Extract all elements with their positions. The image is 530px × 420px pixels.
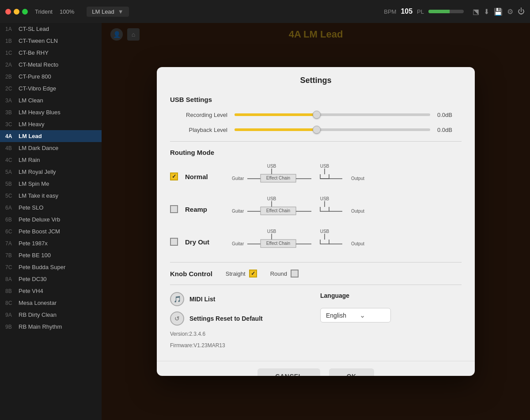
sidebar-item-7c[interactable]: 7CPete Budda Super — [0, 261, 102, 273]
sidebar-item-2c[interactable]: 2CCT-Vibro Edge — [0, 82, 102, 94]
normal-label: Normal — [185, 173, 220, 180]
sidebar-item-id: 3C — [5, 121, 15, 128]
sidebar-item-3b[interactable]: 3BLM Heavy Blues — [0, 106, 102, 118]
playback-fill — [235, 128, 317, 131]
pl-bar-fill — [428, 10, 450, 13]
sidebar-item-6b[interactable]: 6BPete Deluxe Vrb — [0, 214, 102, 225]
close-button[interactable] — [5, 9, 11, 15]
preset-selector[interactable]: LM Lead ▼ — [87, 7, 129, 17]
sidebar-item-5a[interactable]: 5ALM Royal Jelly — [0, 166, 102, 178]
sidebar-item-9b[interactable]: 9BRB Main Rhythm — [0, 321, 102, 333]
playback-level-slider[interactable] — [235, 125, 430, 134]
sidebar-item-label: Pete Budda Super — [19, 264, 65, 270]
language-label: Language — [320, 292, 349, 299]
playback-level-label: Playback Level — [170, 127, 227, 133]
routing-dryout: Dry Out USB Guitar Effect Chain USB — [170, 229, 462, 255]
sidebar-item-id: 4C — [5, 157, 15, 163]
sidebar-item-9a[interactable]: 9ARB Dirty Clean — [0, 309, 102, 321]
language-select[interactable]: English ⌄ — [320, 308, 391, 322]
sidebar-item-5c[interactable]: 5CLM Take it easy — [0, 190, 102, 202]
knob-control-row: Knob Control Straight Round — [170, 270, 462, 278]
sidebar-item-label: Mesa Lonestar — [19, 300, 57, 306]
dryout-label: Dry Out — [185, 238, 220, 246]
svg-text:Guitar: Guitar — [232, 176, 244, 181]
sidebar: 1ACT-SL Lead1BCT-Tween CLN1CCT-Be RHY2AC… — [0, 23, 102, 420]
sidebar-item-8a[interactable]: 8APete DC30 — [0, 273, 102, 285]
straight-checkbox[interactable] — [249, 270, 257, 278]
svg-text:Output: Output — [351, 209, 364, 214]
sidebar-item-id: 7A — [5, 240, 15, 247]
sidebar-item-2b[interactable]: 2BCT-Pure 800 — [0, 71, 102, 82]
sidebar-item-id: 2A — [5, 62, 15, 68]
sidebar-item-5b[interactable]: 5BLM Spin Me — [0, 178, 102, 190]
reset-icon: ↺ — [170, 311, 184, 326]
divider-3 — [170, 285, 462, 285]
reset-row[interactable]: ↺ Settings Reset to Default — [170, 311, 311, 326]
sidebar-item-label: CT-Vibro Edge — [19, 85, 56, 92]
playback-thumb[interactable] — [313, 126, 321, 134]
title-bar: Trident 100% LM Lead ▼ BPM 105 PL ⬔ ⬇ 💾 … — [0, 0, 530, 23]
sidebar-item-label: CT-Pure 800 — [19, 73, 51, 80]
round-option: Round — [270, 270, 299, 278]
modal-footer: CANCEL OK — [157, 361, 475, 376]
sidebar-item-7a[interactable]: 7APete 1987x — [0, 237, 102, 249]
sidebar-item-4a[interactable]: 4ALM Lead — [0, 130, 102, 142]
recording-track — [235, 113, 430, 116]
divider-1 — [170, 141, 462, 142]
power-icon[interactable]: ⏻ — [518, 8, 525, 16]
sidebar-item-id: 1A — [5, 26, 15, 32]
sidebar-item-8b[interactable]: 8BPete VH4 — [0, 285, 102, 297]
right-bottom: Language English ⌄ — [320, 292, 462, 349]
svg-text:Output: Output — [351, 176, 364, 181]
save-icon[interactable]: 💾 — [494, 8, 503, 16]
reamp-checkbox[interactable] — [170, 205, 178, 213]
modal-body: USB Settings Recording Level 0.0dB Play — [157, 96, 475, 357]
svg-text:Effect Chain: Effect Chain — [266, 176, 290, 180]
svg-text:USB: USB — [320, 196, 329, 201]
maximize-button[interactable] — [22, 9, 28, 15]
settings-modal: Settings USB Settings Recording Level 0.… — [157, 67, 475, 376]
bpm-value: 105 — [401, 8, 413, 15]
minimize-button[interactable] — [14, 9, 19, 15]
sidebar-item-6c[interactable]: 6CPete Boost JCM — [0, 225, 102, 237]
sidebar-item-2a[interactable]: 2ACT-Metal Recto — [0, 59, 102, 71]
sidebar-item-label: CT-SL Lead — [19, 26, 49, 32]
normal-checkbox[interactable] — [170, 172, 178, 180]
recording-thumb[interactable] — [313, 111, 321, 119]
sidebar-item-label: CT-Be RHY — [19, 49, 49, 56]
export-icon[interactable]: ⬔ — [473, 8, 479, 16]
sidebar-item-id: 6A — [5, 205, 15, 211]
ok-button[interactable]: OK — [329, 368, 374, 376]
recording-level-slider[interactable] — [235, 110, 430, 119]
sidebar-item-id: 4A — [5, 133, 15, 139]
bottom-section: 🎵 MIDI List ↺ Settings Reset to Default … — [170, 292, 462, 349]
sidebar-item-4c[interactable]: 4CLM Rain — [0, 154, 102, 166]
sidebar-item-label: Pete SLO — [19, 204, 43, 211]
sidebar-item-id: 4B — [5, 145, 15, 151]
sidebar-item-1c[interactable]: 1CCT-Be RHY — [0, 47, 102, 59]
sidebar-item-label: LM Take it easy — [19, 192, 58, 199]
sidebar-item-3a[interactable]: 3ALM Clean — [0, 94, 102, 106]
svg-text:Output: Output — [351, 241, 364, 246]
sidebar-item-id: 5B — [5, 181, 15, 187]
download-icon[interactable]: ⬇ — [484, 8, 489, 16]
midi-list-row[interactable]: 🎵 MIDI List — [170, 292, 311, 306]
sidebar-item-3c[interactable]: 3CLM Heavy — [0, 118, 102, 130]
sidebar-item-8c[interactable]: 8CMesa Lonestar — [0, 297, 102, 309]
sidebar-item-1a[interactable]: 1ACT-SL Lead — [0, 23, 102, 35]
sidebar-item-4b[interactable]: 4BLM Dark Dance — [0, 142, 102, 154]
sidebar-item-6a[interactable]: 6APete SLO — [0, 202, 102, 214]
left-bottom: 🎵 MIDI List ↺ Settings Reset to Default … — [170, 292, 311, 349]
main-layout: 1ACT-SL Lead1BCT-Tween CLN1CCT-Be RHY2AC… — [0, 23, 530, 420]
sidebar-item-1b[interactable]: 1BCT-Tween CLN — [0, 35, 102, 47]
cancel-button[interactable]: CANCEL — [257, 368, 320, 376]
sidebar-item-7b[interactable]: 7BPete BE 100 — [0, 249, 102, 261]
firmware-text: Firmware:V1.23MAR13 — [170, 342, 311, 349]
svg-text:USB: USB — [320, 229, 329, 234]
pl-bar[interactable] — [428, 10, 464, 13]
round-checkbox[interactable] — [291, 270, 299, 278]
sidebar-item-label: LM Spin Me — [19, 180, 49, 187]
settings-icon[interactable]: ⚙ — [507, 8, 513, 16]
routing-normal: Normal USB Guitar Effect Chain USB — [170, 163, 462, 190]
dryout-checkbox[interactable] — [170, 238, 178, 246]
